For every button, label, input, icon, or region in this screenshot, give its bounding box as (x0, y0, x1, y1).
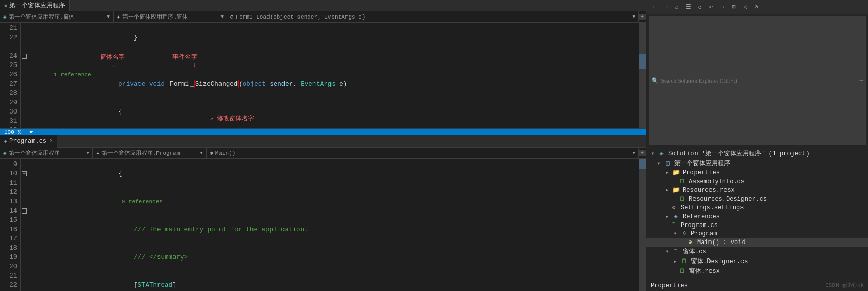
bottom-line-numbers: 9 10 11 12 13 14 15 16 17 18 19 20 21 22 (0, 159, 21, 291)
se-btn-home[interactable]: ⌂ (671, 2, 683, 13)
se-btn-stop[interactable]: ⊘ (751, 2, 762, 13)
bottom-nav-left[interactable]: ◈ 第一个窗体应用程序 ▼ (0, 148, 93, 159)
se-assemblyinfo[interactable]: 🗒 AssemblyInfo.cs (646, 177, 868, 186)
line-num: 15 (0, 216, 17, 225)
se-project-arrow[interactable] (655, 161, 663, 166)
collapse-14[interactable]: − (22, 208, 27, 214)
se-project-label: 第一个窗体应用程序 (674, 159, 730, 168)
bottom-editor: ◈ 第一个窗体应用程序 ▼ ✦ 第一个窗体应用程序.Program ▼ ⊕ Ma… (0, 148, 646, 291)
line-num: 22 (0, 33, 17, 42)
code-line-26: int w = this.Width; (33, 126, 635, 128)
bottom-nav-mid[interactable]: ✦ 第一个窗体应用程序.Program ▼ (93, 148, 207, 159)
line-num: 21 (0, 271, 17, 281)
se-form-resx[interactable]: 🗒 窗体.resx (646, 266, 868, 276)
code-line-21: } (33, 24, 635, 52)
top-code-area: 21 22 23 24 25 26 27 28 29 30 31 32 (0, 23, 646, 128)
se-settings[interactable]: ⚙ Settings.settings (646, 203, 868, 212)
editors-panel: ◈ 第一个窗体应用程序 ◈ 第一个窗体应用程序.窗体 ▼ ✦ 第一个窗体应用程序… (0, 0, 646, 291)
se-resx-arrow[interactable] (663, 188, 671, 193)
se-references[interactable]: ◈ References (646, 212, 868, 221)
se-resources-designer[interactable]: 🗒 Resources.Designer.cs (646, 195, 868, 203)
top-tab-item[interactable]: ◈ 第一个窗体应用程序 (0, 0, 70, 11)
program-class-icon: ◊ (680, 230, 689, 237)
collapse-24[interactable]: − (22, 54, 27, 59)
se-main-label: Main() : void (697, 239, 746, 246)
close-tab-btn[interactable]: × (50, 138, 53, 144)
se-fr-label: 窗体.resx (689, 267, 720, 276)
top-scrollbar[interactable] (639, 23, 646, 128)
code-line-b13: [STAThread] (33, 271, 635, 291)
se-pc-label: Program.cs (681, 222, 718, 229)
se-prog-label: Program (691, 230, 717, 237)
top-nav-mid[interactable]: ✦ 第一个窗体应用程序.窗体 ▼ (114, 11, 227, 23)
se-search-bar[interactable]: 🔍 → (649, 16, 866, 145)
solution-explorer: ← → ⌂ ☰ ↺ ↩ ↪ ⊞ ◁ ⊘ — 🔍 → (646, 0, 868, 291)
code-line-b11: /// The main entry point for the applica… (33, 216, 635, 244)
top-line-numbers: 21 22 23 24 25 26 27 28 29 30 31 32 (0, 23, 21, 128)
bottom-nav-bar: ◈ 第一个窗体应用程序 ▼ ✦ 第一个窗体应用程序.Program ▼ ⊕ Ma… (0, 148, 646, 159)
se-btn-back[interactable]: ← (649, 2, 660, 13)
se-form-designer[interactable]: 🗒 窗体.Designer.cs (646, 256, 868, 266)
bottom-add-btn[interactable]: + (639, 150, 646, 156)
se-props-label: Properties (683, 169, 720, 176)
se-fd-arrow[interactable] (671, 259, 680, 264)
line-num: 31 (0, 117, 17, 126)
bnl-arrow: ▼ (87, 151, 89, 156)
settings-icon: ⚙ (669, 204, 678, 212)
se-solution-arrow[interactable] (649, 151, 657, 156)
se-btn-minimize[interactable]: — (762, 2, 774, 13)
plus-icon-2: + (641, 150, 644, 156)
top-nav-bar: ◈ 第一个窗体应用程序.窗体 ▼ ✦ 第一个窗体应用程序.窗体 ▼ ⊕ Form… (0, 11, 646, 23)
se-prog-arrow[interactable] (671, 231, 680, 236)
top-nav-right-label: Form1_Load(object sender, EventArgs e) (236, 14, 366, 20)
form-resx-icon: 🗒 (677, 267, 687, 275)
se-btn-menu[interactable]: ☰ (683, 2, 694, 13)
formcs-icon: 🗒 (671, 248, 681, 255)
se-btn-play[interactable]: ◁ (739, 2, 751, 13)
top-editor: ◈ 第一个窗体应用程序 ◈ 第一个窗体应用程序.窗体 ▼ ✦ 第一个窗体应用程序… (0, 0, 646, 129)
zoom-dropdown[interactable]: ▼ (29, 129, 33, 135)
collapse-10[interactable]: − (22, 171, 27, 176)
search-input[interactable] (661, 77, 859, 84)
se-solution[interactable]: ◈ Solution '第一个窗体应用程序' (1 project) (646, 149, 868, 158)
se-btn-grid[interactable]: ⊞ (728, 2, 739, 13)
bnl-icon: ◈ (3, 150, 7, 156)
collapse-col: − (21, 23, 29, 128)
se-ref-arrow[interactable] (663, 214, 671, 219)
line-num: 29 (0, 98, 17, 107)
main-method-icon: ⊕ (686, 238, 695, 246)
line-num: 22 (0, 281, 17, 290)
top-nav-right[interactable]: ⊕ Form1_Load(object sender, EventArgs e)… (227, 11, 639, 23)
programcs-icon: 🗒 (669, 221, 678, 229)
se-resources-folder[interactable]: 📁 Resources.resx (646, 186, 868, 195)
bottom-scrollbar[interactable] (639, 159, 646, 291)
se-form-arrow[interactable] (663, 249, 671, 254)
se-rd-label: Resources.Designer.cs (689, 196, 767, 203)
top-nav-mid-label: 第一个窗体应用程序.窗体 (122, 13, 188, 21)
line-num: 24 (0, 52, 17, 61)
code-line-24: private void Form1_SizeChanged(object se… (33, 70, 635, 98)
line-num: 23 (0, 42, 17, 52)
se-props-arrow[interactable] (663, 170, 671, 175)
se-btn-forward[interactable]: → (660, 2, 671, 13)
nav-right-icon: ⊕ (230, 13, 234, 20)
se-btn-undo[interactable]: ↩ (705, 2, 717, 13)
se-btn-redo[interactable]: ↪ (717, 2, 728, 13)
bottom-collapse-col: − − (21, 159, 29, 291)
se-project[interactable]: ◫ 第一个窗体应用程序 (646, 158, 868, 168)
bottom-tab-program[interactable]: ◈ Program.cs × (0, 135, 57, 148)
se-properties-folder[interactable]: 📁 Properties (646, 168, 868, 177)
se-formcs[interactable]: 🗒 窗体.cs (646, 247, 868, 256)
top-nav-left[interactable]: ◈ 第一个窗体应用程序.窗体 ▼ (0, 11, 114, 23)
bottom-code-content[interactable]: { 0 references /// The main entry point … (29, 159, 639, 291)
top-add-btn[interactable]: + (639, 14, 646, 20)
se-programcs[interactable]: 🗒 Program.cs (646, 221, 868, 230)
se-program-class[interactable]: ◊ Program (646, 230, 868, 238)
properties-folder-icon: 📁 (671, 169, 681, 176)
se-main-method[interactable]: ⊕ Main() : void (646, 238, 868, 247)
line-num: 17 (0, 234, 17, 244)
se-btn-refresh[interactable]: ↺ (694, 2, 705, 13)
bottom-nav-right[interactable]: ⊕ Main() ▼ (207, 148, 639, 159)
top-code-content[interactable]: } 1 reference 窗体名字 事件名字 ↓ ↓ (29, 23, 639, 128)
main-container: ◈ 第一个窗体应用程序 ◈ 第一个窗体应用程序.窗体 ▼ ✦ 第一个窗体应用程序… (0, 0, 868, 291)
